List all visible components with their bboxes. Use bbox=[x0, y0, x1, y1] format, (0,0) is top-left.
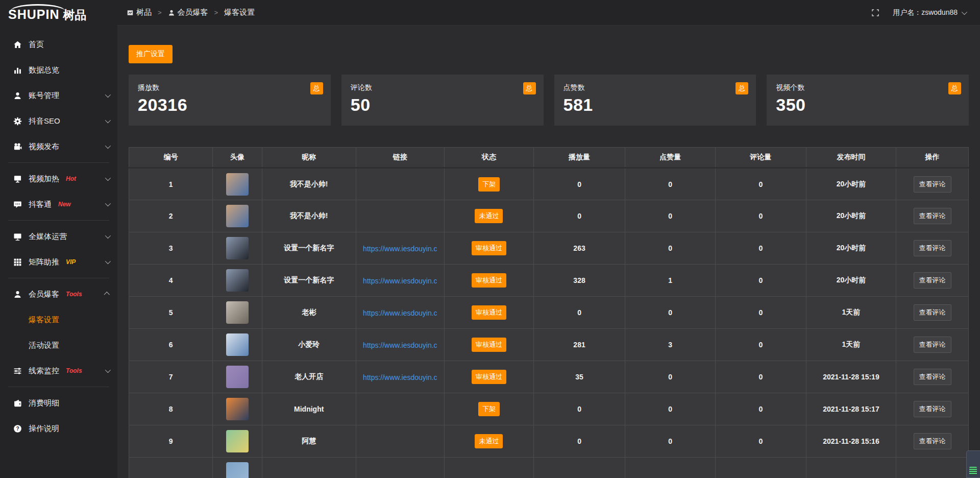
breadcrumb-item-1[interactable]: 会员爆客 bbox=[168, 8, 208, 17]
cell-likes: 1 bbox=[625, 265, 716, 297]
cell-no: 4 bbox=[129, 265, 213, 297]
chevron-up-icon bbox=[104, 292, 110, 297]
video-link[interactable]: https://www.iesdouyin.c bbox=[363, 245, 437, 253]
cell-publish-time: 2021-11-28 15:16 bbox=[806, 425, 896, 458]
view-comments-button[interactable]: 查看评论 bbox=[914, 304, 951, 321]
sidebar-item-operation-guide[interactable]: ?操作说明 bbox=[0, 416, 117, 441]
avatar bbox=[226, 301, 249, 324]
username-menu[interactable]: 用户名：zswodun88 bbox=[893, 8, 966, 17]
sidebar-item-douyin-seo[interactable]: 抖音SEO bbox=[0, 108, 117, 134]
view-comments-button[interactable]: 查看评论 bbox=[914, 433, 951, 449]
stats-row: 播放数 20316 总 评论数 50 总 点赞数 581 总 视频个数 350 bbox=[129, 75, 969, 126]
breadcrumb-separator: > bbox=[214, 9, 218, 16]
logo-wrap: SHUPIN树品 bbox=[8, 3, 86, 23]
sidebar-item-badge: Hot bbox=[66, 175, 76, 182]
avatar bbox=[226, 430, 249, 452]
view-comments-button[interactable]: 查看评论 bbox=[914, 369, 951, 385]
col-header-avatar: 头像 bbox=[213, 148, 262, 168]
col-header-no: 编号 bbox=[129, 148, 213, 168]
cell-link bbox=[356, 200, 445, 232]
stat-value: 20316 bbox=[138, 95, 322, 115]
cell-likes: 0 bbox=[625, 200, 716, 232]
sidebar-item-label: 抖音SEO bbox=[29, 116, 60, 126]
col-header-publish-time: 发布时间 bbox=[806, 148, 896, 168]
video-link[interactable]: https://www.iesdouyin.c bbox=[363, 277, 437, 285]
cell-avatar bbox=[213, 232, 262, 265]
floating-assistant-widget[interactable] bbox=[966, 450, 980, 478]
chevron-down-icon bbox=[105, 233, 111, 238]
app-logo[interactable]: SHUPIN树品 bbox=[0, 0, 117, 26]
cell-nickname: 设置一个新名字 bbox=[262, 265, 356, 297]
sidebar-subitem-activity-settings[interactable]: 活动设置 bbox=[0, 332, 117, 358]
sidebar-item-member-baoke[interactable]: 会员爆客Tools bbox=[0, 281, 117, 307]
sidebar: SHUPIN树品 首页数据总览账号管理抖音SEO视频发布视频加热Hot抖客通Ne… bbox=[0, 0, 117, 478]
sidebar-item-consume-detail[interactable]: 消费明细 bbox=[0, 390, 117, 416]
cell-actions: 查看评论 bbox=[896, 329, 969, 361]
cell-likes: 0 bbox=[625, 393, 716, 425]
cell-comments: 0 bbox=[715, 232, 806, 265]
total-badge: 总 bbox=[523, 82, 536, 94]
cell-no: 1 bbox=[129, 168, 213, 200]
monitor-icon bbox=[13, 232, 22, 241]
cell-likes: 0 bbox=[625, 361, 716, 393]
videos-table: 编号 头像 昵称 链接 状态 播放量 点赞量 评论量 发布时间 操作 1我不是小 bbox=[129, 147, 969, 478]
chevron-down-icon bbox=[105, 258, 111, 264]
cell-plays: 0 bbox=[533, 425, 625, 458]
avatar bbox=[226, 269, 249, 292]
cell-publish-time: 1天前 bbox=[806, 329, 896, 361]
sidebar-item-omni-media[interactable]: 全媒体运营 bbox=[0, 224, 117, 249]
topbar-right: 用户名：zswodun88 bbox=[871, 8, 966, 17]
cell-avatar bbox=[213, 361, 262, 393]
view-comments-button[interactable]: 查看评论 bbox=[914, 401, 951, 417]
sidebar-item-label: 线索监控 bbox=[29, 366, 59, 376]
report-icon bbox=[127, 9, 134, 16]
sidebar-item-data-overview[interactable]: 数据总览 bbox=[0, 57, 117, 83]
cell-comments: 0 bbox=[715, 168, 806, 200]
stat-value: 350 bbox=[776, 95, 960, 115]
col-header-likes: 点赞量 bbox=[625, 148, 716, 168]
view-comments-button[interactable]: 查看评论 bbox=[914, 240, 951, 256]
breadcrumb-item-0[interactable]: 树品 bbox=[127, 8, 152, 17]
cell-plays: 328 bbox=[533, 265, 625, 297]
cell-link bbox=[356, 425, 445, 458]
cell-plays: 281 bbox=[533, 329, 625, 361]
logo-arc-icon bbox=[10, 4, 65, 11]
sidebar-divider bbox=[8, 278, 109, 278]
video-link[interactable]: https://www.iesdouyin.c bbox=[363, 309, 437, 317]
sidebar-item-account-management[interactable]: 账号管理 bbox=[0, 83, 117, 108]
sidebar-item-video-publish[interactable]: 视频发布 bbox=[0, 134, 117, 159]
sidebar-item-douketong[interactable]: 抖客通New bbox=[0, 192, 117, 217]
sidebar-item-label: 会员爆客 bbox=[29, 290, 59, 299]
stat-label: 评论数 bbox=[351, 83, 534, 92]
view-comments-button[interactable]: 查看评论 bbox=[914, 337, 951, 353]
sidebar-item-home[interactable]: 首页 bbox=[0, 32, 117, 57]
cell-publish-time: 1天前 bbox=[806, 297, 896, 329]
cell-avatar bbox=[213, 200, 262, 232]
sidebar-subitem-baoke-settings[interactable]: 爆客设置 bbox=[0, 307, 117, 332]
sidebar-item-label: 视频加热 bbox=[29, 174, 59, 184]
table-row: 9阿慧未通过0002021-11-28 15:16查看评论 bbox=[129, 425, 969, 458]
sidebar-nav: 首页数据总览账号管理抖音SEO视频发布视频加热Hot抖客通New全媒体运营矩阵助… bbox=[0, 26, 117, 441]
stat-card-comments: 评论数 50 总 bbox=[341, 75, 544, 126]
cell-publish-time: 20小时前 bbox=[806, 265, 896, 297]
chevron-down-icon bbox=[105, 92, 111, 98]
promo-settings-button[interactable]: 推广设置 bbox=[129, 45, 173, 63]
sidebar-item-clue-monitor[interactable]: 线索监控Tools bbox=[0, 358, 117, 384]
view-comments-button[interactable]: 查看评论 bbox=[914, 208, 951, 224]
cell-avatar bbox=[213, 297, 262, 329]
cell-likes: 0 bbox=[625, 232, 716, 265]
cell-link: https://www.iesdouyin.c bbox=[356, 329, 445, 361]
video-link[interactable]: https://www.iesdouyin.c bbox=[363, 373, 437, 381]
view-comments-button[interactable]: 查看评论 bbox=[914, 176, 951, 193]
video-link[interactable]: https://www.iesdouyin.c bbox=[363, 341, 437, 349]
sidebar-item-video-heating[interactable]: 视频加热Hot bbox=[0, 166, 117, 192]
cell-actions: 查看评论 bbox=[896, 297, 969, 329]
fullscreen-icon[interactable] bbox=[871, 9, 879, 17]
sidebar-item-matrix-boost[interactable]: 矩阵助推VIP bbox=[0, 249, 117, 275]
chevron-down-icon bbox=[105, 367, 111, 373]
breadcrumb-label: 树品 bbox=[136, 8, 152, 17]
view-comments-button[interactable]: 查看评论 bbox=[914, 272, 951, 289]
table-row: 6小爱玲https://www.iesdouyin.c审核通过281301天前查… bbox=[129, 329, 969, 361]
chevron-down-icon bbox=[105, 201, 111, 206]
cell-nickname: 我不是小帅! bbox=[262, 168, 356, 200]
